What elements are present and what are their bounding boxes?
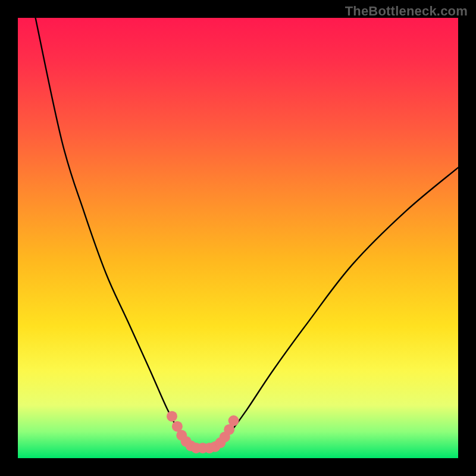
highlight-dot <box>228 415 239 426</box>
chart-svg <box>18 18 458 458</box>
highlight-dot <box>167 411 177 422</box>
curve-group <box>36 18 458 448</box>
chart-frame: TheBottleneck.com <box>0 0 476 476</box>
curve-left-branch <box>36 18 192 447</box>
marker-group <box>167 411 239 453</box>
watermark-text: TheBottleneck.com <box>345 4 468 19</box>
curve-right-branch <box>218 168 458 447</box>
